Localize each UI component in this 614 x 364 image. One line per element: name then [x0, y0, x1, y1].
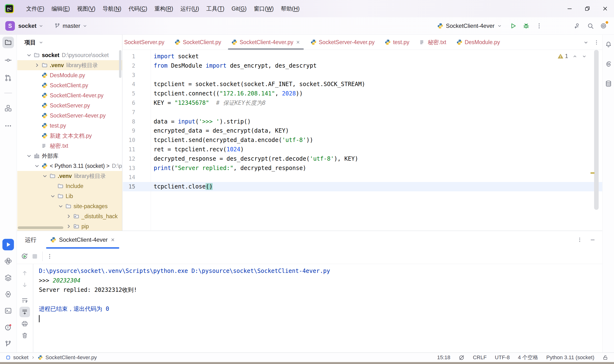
menu-item-E[interactable]: 编辑(E) — [48, 0, 73, 17]
tree-row[interactable]: .venvlibrary根目录 — [17, 171, 122, 181]
tree-row[interactable]: site-packages — [17, 201, 122, 211]
tree-row[interactable]: < Python 3.11 (socket) >D:\p — [17, 161, 122, 171]
tree-row[interactable]: _distutils_hack — [17, 211, 122, 221]
tree-row[interactable]: Lib — [17, 191, 122, 201]
editor-scrollbar[interactable] — [594, 50, 599, 210]
chevron-right-icon[interactable] — [65, 223, 72, 230]
menu-item-U[interactable]: 运行(U) — [177, 0, 203, 17]
prev-problem-chevron-icon[interactable] — [572, 54, 577, 59]
menu-item-V[interactable]: 视图(V) — [73, 0, 99, 17]
tree-row[interactable]: 秘密.txt — [17, 141, 122, 151]
menu-item-F[interactable]: 文件(F) — [23, 0, 48, 17]
close-button[interactable] — [596, 0, 614, 17]
more-tools-button[interactable] — [2, 120, 14, 132]
run-tool-button[interactable] — [2, 239, 14, 250]
branch-widget[interactable]: master — [54, 23, 88, 29]
clear-all-button[interactable] — [19, 330, 30, 341]
menu-item-G[interactable]: Git(G) — [228, 0, 250, 17]
menu-item-C[interactable]: 代码(C) — [125, 0, 151, 17]
editor-tab[interactable]: SocketClient.py — [169, 35, 226, 50]
warning-stripe-mark[interactable] — [590, 172, 595, 174]
highlighting-level-icon[interactable] — [458, 354, 465, 361]
hidden-tabs-chevron-icon[interactable] — [583, 39, 589, 45]
close-icon[interactable] — [296, 40, 300, 45]
debug-button[interactable] — [521, 21, 532, 31]
stop-icon[interactable] — [31, 253, 38, 260]
rerun-icon[interactable] — [21, 252, 28, 260]
tree-row[interactable]: socketD:\pysource\socket — [17, 50, 122, 60]
code-with-me-button[interactable] — [572, 21, 583, 31]
minimize-button[interactable] — [561, 0, 578, 17]
chevron-right-icon[interactable] — [65, 213, 72, 220]
indent-style[interactable]: 4 个空格 — [518, 354, 538, 361]
chevron-down-icon[interactable] — [38, 23, 44, 28]
editor-tab[interactable]: 秘密.txt — [414, 35, 451, 50]
ai-assistant-tool-button[interactable] — [603, 58, 614, 70]
menu-item-T[interactable]: 工具(T) — [203, 0, 228, 17]
version-control-tool-button[interactable] — [2, 338, 14, 350]
tree-row[interactable]: test.py — [17, 121, 122, 131]
scroll-to-end-button[interactable] — [19, 307, 30, 317]
services-tool-button[interactable] — [2, 272, 14, 284]
breadcrumb-file[interactable]: SocketClient-4ever.py — [46, 354, 97, 361]
search-everywhere-button[interactable] — [585, 21, 596, 31]
tree-row[interactable]: DesModule.py — [17, 70, 122, 80]
chevron-down-icon[interactable] — [26, 153, 32, 159]
tree-row[interactable]: SocketClient.py — [17, 80, 122, 91]
python-console-tool-button[interactable] — [2, 255, 14, 267]
project-avatar[interactable]: S — [5, 21, 15, 31]
close-icon[interactable] — [110, 237, 115, 242]
chevron-down-icon[interactable] — [34, 163, 40, 169]
run-options-kebab-icon[interactable] — [577, 237, 583, 243]
tab-options-kebab-icon[interactable] — [594, 39, 599, 45]
tree-row[interactable]: pip — [17, 221, 122, 231]
editor-tab[interactable]: SocketServer-4ever.py — [306, 35, 380, 50]
menu-item-W[interactable]: 窗口(W) — [250, 0, 277, 17]
problems-tool-button[interactable] — [2, 322, 14, 333]
menu-item-H[interactable]: 帮助(H) — [277, 0, 303, 17]
editor-tab[interactable]: SocketServer.py — [123, 35, 169, 50]
interpreter-widget[interactable]: Python 3.11 (socket) — [546, 354, 594, 361]
soft-wrap-button[interactable] — [19, 295, 30, 305]
chevron-right-icon[interactable] — [34, 62, 40, 69]
terminal-tool-button[interactable] — [2, 305, 14, 316]
readonly-toggle-icon[interactable] — [602, 355, 608, 360]
pull-requests-tool-button[interactable] — [2, 72, 14, 84]
tree-row[interactable]: SocketServer-4ever.py — [17, 111, 122, 121]
code-area[interactable]: 123456789101112131415 import socketfrom … — [123, 50, 602, 230]
chevron-down-icon[interactable] — [57, 203, 64, 209]
python-packages-tool-button[interactable] — [2, 288, 14, 300]
tree-row[interactable]: SocketClient-4ever.py — [17, 91, 122, 101]
run-config-selector[interactable]: SocketClient-4ever — [437, 23, 502, 29]
next-problem-chevron-icon[interactable] — [582, 54, 587, 59]
down-stack-trace-button[interactable] — [19, 280, 30, 290]
editor-tab[interactable]: test.py — [380, 35, 414, 50]
project-selector[interactable]: socket — [18, 23, 37, 29]
chevron-down-icon[interactable] — [49, 193, 56, 199]
more-run-actions-button[interactable] — [534, 21, 544, 31]
warning-summary[interactable]: 1 — [558, 53, 568, 59]
settings-button[interactable] — [598, 21, 609, 31]
console-kebab-icon[interactable] — [47, 253, 53, 260]
notifications-button[interactable] — [603, 39, 614, 50]
chevron-down-icon[interactable] — [41, 173, 48, 179]
tree-row[interactable]: 新建 文本文档.py — [17, 131, 122, 141]
menu-item-N[interactable]: 导航(N) — [99, 0, 125, 17]
tree-row[interactable]: 外部库 — [17, 151, 122, 161]
up-stack-trace-button[interactable] — [19, 268, 30, 278]
tree-row[interactable]: .venvlibrary根目录 — [17, 60, 122, 70]
database-tool-button[interactable] — [603, 78, 614, 90]
caret-position[interactable]: 15:18 — [437, 354, 450, 361]
run-button[interactable] — [508, 21, 519, 31]
project-panel-header[interactable]: 项目 — [17, 35, 122, 50]
breadcrumb-project[interactable]: socket — [13, 354, 28, 361]
hide-panel-icon[interactable] — [590, 237, 596, 243]
menu-item-R[interactable]: 重构(R) — [151, 0, 177, 17]
structure-tool-button[interactable] — [2, 102, 14, 114]
commit-tool-button[interactable] — [2, 54, 14, 66]
tree-vertical-scrollbar[interactable] — [119, 50, 121, 78]
tree-horizontal-scrollbar[interactable] — [18, 226, 63, 229]
chevron-down-icon[interactable] — [26, 52, 32, 59]
editor-tab[interactable]: DesModule.py — [451, 35, 505, 50]
status-breadcrumb[interactable]: socket SocketClient-4ever.py — [6, 354, 97, 361]
